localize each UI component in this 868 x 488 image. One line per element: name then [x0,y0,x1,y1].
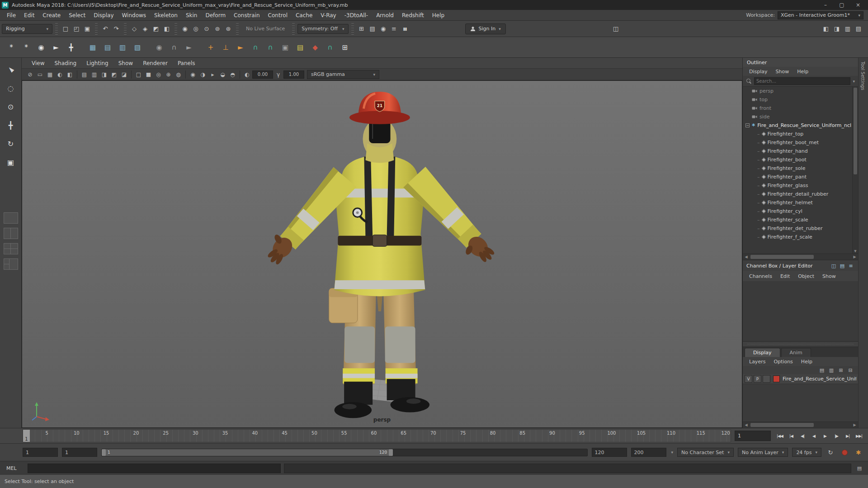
open-render-view-icon[interactable]: ▤ [368,24,377,34]
attribute-editor-toggle-icon[interactable]: ▥ [843,24,853,34]
shelf-display-layers-icon[interactable]: ▤ [293,41,307,54]
menu-redshift[interactable]: Redshift [398,12,428,19]
humanik-toggle-icon[interactable]: ◨ [832,24,842,34]
snap-to-curve-icon[interactable]: ◎ [191,24,201,34]
panel-resize-handle[interactable] [743,342,858,347]
bookmark-icon[interactable]: ◐ [55,70,65,79]
sequence-time-icon[interactable]: ◒ [218,70,227,79]
panel-menu-renderer[interactable]: Renderer [138,60,172,66]
select-hierarchy-icon[interactable]: ◇ [129,24,139,34]
paint-select-tool-icon[interactable]: ⊙ [4,100,18,113]
layer-color-swatch[interactable] [773,375,780,382]
go-to-end-button[interactable]: ▶▶| [854,431,864,441]
menu-skin[interactable]: Skin [182,12,202,19]
play-forwards-button[interactable]: ▶ [820,431,830,441]
menu-set-dropdown[interactable]: Rigging ▾ [2,24,52,34]
menu-create[interactable]: Create [38,12,65,19]
rotate-tool-icon[interactable]: ↻ [4,137,18,150]
menu-edit[interactable]: Edit [20,12,38,19]
layer-menu-layers[interactable]: Layers [745,359,769,365]
shelf-xgen-clump-icon[interactable]: ∩ [323,41,337,54]
menu-constrain[interactable]: Constrain [230,12,264,19]
lock-camera-icon[interactable]: ⊘ [25,70,35,79]
scroll-right-icon[interactable]: ▶ [851,423,858,427]
menu-file[interactable]: File [3,12,20,19]
channel-menu-show[interactable]: Show [819,273,840,279]
create-empty-layer-icon[interactable]: ⊞ [837,367,844,373]
scroll-left-icon[interactable]: ◀ [743,255,750,259]
channel-menu-edit[interactable]: Edit [777,273,793,279]
scale-tool-icon[interactable]: ▣ [4,156,18,169]
collapse-icon[interactable]: − [745,123,750,127]
wireframe-icon[interactable]: □ [134,70,143,79]
tab-display[interactable]: Display [745,348,780,357]
layout-three-pane-button[interactable] [4,258,18,270]
menu-vray[interactable]: V-Ray [316,12,340,19]
outliner-item[interactable]: –Firefighter_f_scale [743,233,858,241]
new-scene-icon[interactable]: □ [61,24,71,34]
snap-to-view-plane-icon[interactable]: ⊛ [223,24,233,34]
play-backwards-button[interactable]: ◀ [808,431,819,441]
symmetry-dropdown[interactable]: Symmetry: Off ▾ [297,24,348,34]
close-button[interactable]: × [850,0,866,9]
shaded-icon[interactable]: ■ [144,70,153,79]
redo-icon[interactable]: ↷ [111,24,121,34]
use-all-lights-icon[interactable]: ⊕ [164,70,173,79]
animation-preferences-icon[interactable]: ✱ [854,447,863,457]
outliner-vertical-scrollbar[interactable]: ▼ [852,87,858,253]
panel-menu-show[interactable]: Show [114,60,137,66]
shadows-icon[interactable]: ◍ [174,70,183,79]
outliner-menu-show[interactable]: Show [772,69,793,75]
viewport-3d[interactable]: 21 persp [22,80,742,428]
workspace-dropdown[interactable]: XGen - Interactive Groom1* ▾ [778,11,863,19]
shelf-xgen-brush-icon[interactable]: ∩ [264,41,277,54]
scrollbar-thumb[interactable] [750,255,814,259]
outliner-item[interactable]: –Firefighter_boot_met [743,138,858,147]
tool-settings-vertical-tab[interactable]: Tool Settings [860,61,865,90]
current-time-field[interactable] [735,431,771,441]
layer-editor-scrollbar[interactable]: ◀ ▶ [743,422,858,428]
playback-start-field[interactable] [62,448,97,457]
range-start-handle[interactable] [102,449,106,456]
step-forward-frame-button[interactable]: ▶| [842,431,853,441]
animation-end-field[interactable] [631,448,666,457]
menu-arnold[interactable]: Arnold [372,12,398,19]
layout-two-pane-button[interactable] [4,228,18,239]
ao-icon[interactable]: ◉ [188,70,198,79]
layer-visible-toggle[interactable]: V [745,375,752,383]
outliner-item-top[interactable]: top [743,95,858,104]
menu-display[interactable]: Display [90,12,118,19]
sign-in-button[interactable]: Sign In ▾ [465,23,506,34]
shelf-paint-brush-icon[interactable]: ◆ [308,41,322,54]
channel-menu-channels[interactable]: Channels [745,273,776,279]
minimize-button[interactable]: – [817,0,834,9]
outliner-menu-help[interactable]: Help [793,69,812,75]
layout-single-pane-button[interactable] [4,212,18,224]
display-layer-row[interactable]: V P Fire_and_Rescue_Service_Unifo [743,374,858,384]
select-tool-icon[interactable]: ► [4,63,18,76]
render-settings-icon[interactable]: ≡ [389,24,399,34]
range-end-handle[interactable] [389,449,393,456]
channel-slider-speed-icon[interactable]: ▤ [839,262,846,269]
snap-to-grid-icon[interactable]: ◉ [180,24,190,34]
outliner-horizontal-scrollbar[interactable]: ◀ ▶ [743,253,858,260]
shelf-smooth-weights-icon[interactable]: ▧ [131,41,144,54]
scroll-down-icon[interactable]: ▼ [853,249,858,253]
shelf-paint-weights-icon[interactable]: ▦ [86,41,99,54]
shelf-quick-rig-icon[interactable]: ╋ [64,41,78,54]
step-forward-key-button[interactable]: |▶ [831,431,842,441]
outliner-item[interactable]: –Firefighter_hand [743,147,858,155]
safe-action-icon[interactable]: ◪ [119,70,129,79]
menu-control[interactable]: Control [264,12,292,19]
outliner-search-input[interactable] [754,77,850,85]
playback-loop-icon[interactable]: ↻ [826,447,835,457]
isolate-select-icon[interactable]: ◓ [228,70,237,79]
gate-mask-icon[interactable]: ◨ [99,70,109,79]
menu-3dtoall[interactable]: -3DtoAll- [340,12,372,19]
outliner-item[interactable]: –Firefighter_boot [743,155,858,164]
move-tool-icon[interactable]: ╋ [4,119,18,131]
shelf-ik-spline-icon[interactable]: * [19,41,33,54]
shelf-mirror-weights-icon[interactable]: ▤ [101,41,114,54]
camera-attributes-icon[interactable]: ▭ [35,70,45,79]
playback-range-bar[interactable]: 1 120 [102,449,393,456]
